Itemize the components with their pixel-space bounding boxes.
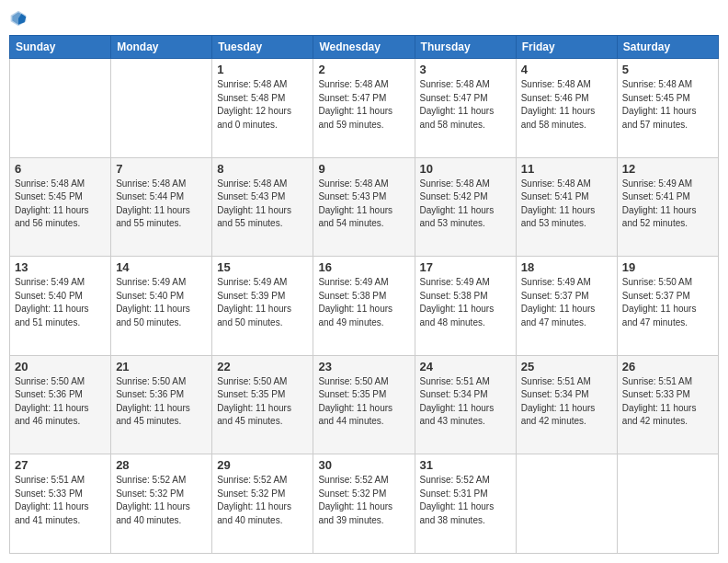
day-header-tuesday: Tuesday xyxy=(212,36,313,59)
day-info: Sunrise: 5:50 AMSunset: 5:36 PMDaylight:… xyxy=(15,375,106,429)
day-number: 14 xyxy=(116,260,207,274)
day-number: 11 xyxy=(521,162,612,176)
day-info: Sunrise: 5:48 AMSunset: 5:42 PMDaylight:… xyxy=(420,178,511,231)
day-info: Sunrise: 5:51 AMSunset: 5:33 PMDaylight:… xyxy=(622,375,713,429)
day-number: 10 xyxy=(420,162,511,176)
calendar-table: SundayMondayTuesdayWednesdayThursdayFrid… xyxy=(9,35,719,554)
calendar-cell: 16Sunrise: 5:49 AMSunset: 5:38 PMDayligh… xyxy=(313,257,415,356)
day-number: 4 xyxy=(521,63,612,76)
week-row-2: 6Sunrise: 5:48 AMSunset: 5:45 PMDaylight… xyxy=(10,157,719,257)
day-header-monday: Monday xyxy=(111,36,212,59)
calendar-cell: 23Sunrise: 5:50 AMSunset: 5:35 PMDayligh… xyxy=(313,355,415,454)
day-info: Sunrise: 5:49 AMSunset: 5:38 PMDaylight:… xyxy=(318,276,409,329)
day-header-wednesday: Wednesday xyxy=(313,36,415,59)
day-info: Sunrise: 5:49 AMSunset: 5:41 PMDaylight:… xyxy=(622,178,713,231)
calendar-cell: 22Sunrise: 5:50 AMSunset: 5:35 PMDayligh… xyxy=(212,355,313,454)
calendar-cell: 29Sunrise: 5:52 AMSunset: 5:32 PMDayligh… xyxy=(212,454,313,554)
calendar-cell xyxy=(617,454,718,554)
day-header-friday: Friday xyxy=(516,36,617,59)
day-number: 19 xyxy=(622,260,713,274)
calendar-cell: 2Sunrise: 5:48 AMSunset: 5:47 PMDaylight… xyxy=(313,59,415,158)
day-number: 23 xyxy=(318,360,409,373)
week-row-5: 27Sunrise: 5:51 AMSunset: 5:33 PMDayligh… xyxy=(10,454,719,554)
calendar-cell xyxy=(10,59,111,158)
day-info: Sunrise: 5:50 AMSunset: 5:35 PMDaylight:… xyxy=(318,375,409,429)
day-number: 17 xyxy=(420,260,511,274)
day-info: Sunrise: 5:48 AMSunset: 5:45 PMDaylight:… xyxy=(622,78,713,132)
day-info: Sunrise: 5:52 AMSunset: 5:32 PMDaylight:… xyxy=(217,474,308,527)
calendar-cell: 19Sunrise: 5:50 AMSunset: 5:37 PMDayligh… xyxy=(617,257,718,356)
day-info: Sunrise: 5:51 AMSunset: 5:34 PMDaylight:… xyxy=(521,375,612,429)
calendar-cell: 25Sunrise: 5:51 AMSunset: 5:34 PMDayligh… xyxy=(516,355,617,454)
day-number: 18 xyxy=(521,260,612,274)
day-number: 5 xyxy=(622,63,713,76)
calendar-cell xyxy=(111,59,212,158)
day-number: 16 xyxy=(318,260,409,274)
day-number: 20 xyxy=(15,360,106,373)
day-number: 9 xyxy=(318,162,409,176)
day-number: 30 xyxy=(318,458,409,472)
day-info: Sunrise: 5:50 AMSunset: 5:36 PMDaylight:… xyxy=(116,375,207,429)
logo xyxy=(9,9,35,28)
calendar-cell: 15Sunrise: 5:49 AMSunset: 5:39 PMDayligh… xyxy=(212,257,313,356)
day-info: Sunrise: 5:48 AMSunset: 5:44 PMDaylight:… xyxy=(116,178,207,231)
day-number: 13 xyxy=(15,260,106,274)
calendar-cell: 5Sunrise: 5:48 AMSunset: 5:45 PMDaylight… xyxy=(617,59,718,158)
day-number: 15 xyxy=(217,260,308,274)
calendar-cell: 4Sunrise: 5:48 AMSunset: 5:46 PMDaylight… xyxy=(516,59,617,158)
day-info: Sunrise: 5:50 AMSunset: 5:35 PMDaylight:… xyxy=(217,375,308,429)
day-info: Sunrise: 5:48 AMSunset: 5:43 PMDaylight:… xyxy=(318,178,409,231)
day-number: 25 xyxy=(521,360,612,373)
day-info: Sunrise: 5:48 AMSunset: 5:41 PMDaylight:… xyxy=(521,178,612,231)
calendar-cell: 6Sunrise: 5:48 AMSunset: 5:45 PMDaylight… xyxy=(10,157,111,257)
page: SundayMondayTuesdayWednesdayThursdayFrid… xyxy=(0,0,728,563)
day-info: Sunrise: 5:52 AMSunset: 5:32 PMDaylight:… xyxy=(318,474,409,527)
calendar-cell: 13Sunrise: 5:49 AMSunset: 5:40 PMDayligh… xyxy=(10,257,111,356)
day-number: 28 xyxy=(116,458,207,472)
day-info: Sunrise: 5:48 AMSunset: 5:47 PMDaylight:… xyxy=(318,78,409,132)
day-number: 6 xyxy=(15,162,106,176)
calendar-cell: 24Sunrise: 5:51 AMSunset: 5:34 PMDayligh… xyxy=(415,355,516,454)
day-info: Sunrise: 5:49 AMSunset: 5:39 PMDaylight:… xyxy=(217,276,308,329)
calendar-cell: 1Sunrise: 5:48 AMSunset: 5:48 PMDaylight… xyxy=(212,59,313,158)
day-info: Sunrise: 5:49 AMSunset: 5:40 PMDaylight:… xyxy=(15,276,106,329)
day-info: Sunrise: 5:52 AMSunset: 5:31 PMDaylight:… xyxy=(420,474,511,527)
day-info: Sunrise: 5:48 AMSunset: 5:48 PMDaylight:… xyxy=(217,78,308,132)
calendar-header-row: SundayMondayTuesdayWednesdayThursdayFrid… xyxy=(10,36,719,59)
day-number: 24 xyxy=(420,360,511,373)
day-info: Sunrise: 5:52 AMSunset: 5:32 PMDaylight:… xyxy=(116,474,207,527)
calendar-cell: 20Sunrise: 5:50 AMSunset: 5:36 PMDayligh… xyxy=(10,355,111,454)
day-info: Sunrise: 5:48 AMSunset: 5:43 PMDaylight:… xyxy=(217,178,308,231)
day-info: Sunrise: 5:49 AMSunset: 5:37 PMDaylight:… xyxy=(521,276,612,329)
calendar-cell: 27Sunrise: 5:51 AMSunset: 5:33 PMDayligh… xyxy=(10,454,111,554)
calendar-cell: 14Sunrise: 5:49 AMSunset: 5:40 PMDayligh… xyxy=(111,257,212,356)
calendar-cell: 7Sunrise: 5:48 AMSunset: 5:44 PMDaylight… xyxy=(111,157,212,257)
logo-icon xyxy=(9,9,28,28)
day-info: Sunrise: 5:51 AMSunset: 5:33 PMDaylight:… xyxy=(15,474,106,527)
calendar-cell: 21Sunrise: 5:50 AMSunset: 5:36 PMDayligh… xyxy=(111,355,212,454)
day-header-thursday: Thursday xyxy=(415,36,516,59)
day-info: Sunrise: 5:49 AMSunset: 5:38 PMDaylight:… xyxy=(420,276,511,329)
day-number: 31 xyxy=(420,458,511,472)
day-number: 8 xyxy=(217,162,308,176)
calendar-cell: 26Sunrise: 5:51 AMSunset: 5:33 PMDayligh… xyxy=(617,355,718,454)
calendar-cell: 12Sunrise: 5:49 AMSunset: 5:41 PMDayligh… xyxy=(617,157,718,257)
day-info: Sunrise: 5:51 AMSunset: 5:34 PMDaylight:… xyxy=(420,375,511,429)
calendar-cell: 28Sunrise: 5:52 AMSunset: 5:32 PMDayligh… xyxy=(111,454,212,554)
day-number: 26 xyxy=(622,360,713,373)
calendar-cell: 3Sunrise: 5:48 AMSunset: 5:47 PMDaylight… xyxy=(415,59,516,158)
day-info: Sunrise: 5:48 AMSunset: 5:47 PMDaylight:… xyxy=(420,78,511,132)
week-row-1: 1Sunrise: 5:48 AMSunset: 5:48 PMDaylight… xyxy=(10,59,719,158)
calendar-cell: 18Sunrise: 5:49 AMSunset: 5:37 PMDayligh… xyxy=(516,257,617,356)
day-info: Sunrise: 5:50 AMSunset: 5:37 PMDaylight:… xyxy=(622,276,713,329)
day-info: Sunrise: 5:48 AMSunset: 5:45 PMDaylight:… xyxy=(15,178,106,231)
calendar-cell: 17Sunrise: 5:49 AMSunset: 5:38 PMDayligh… xyxy=(415,257,516,356)
day-info: Sunrise: 5:48 AMSunset: 5:46 PMDaylight:… xyxy=(521,78,612,132)
calendar-cell: 11Sunrise: 5:48 AMSunset: 5:41 PMDayligh… xyxy=(516,157,617,257)
day-number: 2 xyxy=(318,63,409,76)
day-header-saturday: Saturday xyxy=(617,36,718,59)
day-number: 12 xyxy=(622,162,713,176)
week-row-3: 13Sunrise: 5:49 AMSunset: 5:40 PMDayligh… xyxy=(10,257,719,356)
day-number: 27 xyxy=(15,458,106,472)
calendar-cell: 8Sunrise: 5:48 AMSunset: 5:43 PMDaylight… xyxy=(212,157,313,257)
